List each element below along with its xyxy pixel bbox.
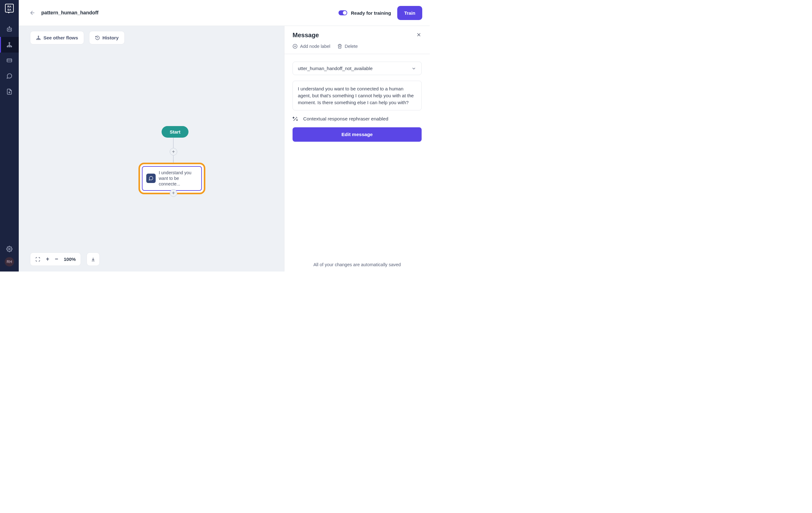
panel-title: Message xyxy=(293,32,319,39)
history-icon xyxy=(95,35,100,40)
svg-point-4 xyxy=(10,29,11,30)
rasa-logo-icon[interactable]: RASA xyxy=(5,4,14,12)
svg-point-7 xyxy=(9,46,10,47)
svg-point-18 xyxy=(38,39,39,40)
nav-doc-icon[interactable] xyxy=(0,84,19,100)
train-button[interactable]: Train xyxy=(397,6,422,20)
svg-point-16 xyxy=(38,36,39,37)
see-other-flows-button[interactable]: See other flows xyxy=(30,31,84,45)
back-arrow-icon[interactable] xyxy=(29,10,36,16)
download-icon[interactable] xyxy=(87,252,100,266)
trash-icon xyxy=(337,44,342,49)
rephraser-text: Contextual response rephraser enabled xyxy=(303,116,388,122)
history-label: History xyxy=(103,35,119,40)
svg-point-3 xyxy=(8,29,9,30)
nav-chat-icon[interactable] xyxy=(0,68,19,84)
svg-point-2 xyxy=(9,27,10,27)
utter-select[interactable]: utter_human_handoff_not_available xyxy=(293,62,422,75)
toggle-label: Ready for training xyxy=(351,10,391,16)
message-node-text: I understand you want to be connecte... xyxy=(159,170,198,187)
delete-text: Delete xyxy=(345,44,358,49)
zoom-out-button[interactable]: − xyxy=(55,256,58,263)
nav-bot-icon[interactable] xyxy=(0,21,19,37)
history-button[interactable]: History xyxy=(89,31,125,45)
nav-flows-icon[interactable] xyxy=(0,37,19,53)
svg-point-6 xyxy=(7,46,8,47)
svg-line-24 xyxy=(97,38,98,38)
avatar[interactable]: RH xyxy=(5,257,14,267)
zoom-level: 100% xyxy=(64,256,76,262)
add-node-button[interactable]: + xyxy=(170,148,177,156)
flows-icon xyxy=(36,35,41,40)
ready-toggle[interactable] xyxy=(339,10,347,15)
wand-icon xyxy=(293,116,298,122)
flow-canvas[interactable]: See other flows History Start + xyxy=(19,26,284,271)
zoom-in-button[interactable]: + xyxy=(46,256,49,263)
add-node-button[interactable]: + xyxy=(170,189,177,197)
plus-circle-icon xyxy=(293,44,297,49)
message-body: I understand you want to be connected to… xyxy=(293,81,422,110)
page-title: pattern_human_handoff xyxy=(41,10,98,16)
close-icon[interactable] xyxy=(416,32,422,39)
nav-settings-icon[interactable] xyxy=(0,246,19,252)
svg-point-8 xyxy=(11,46,11,47)
add-node-label-button[interactable]: Add node label xyxy=(293,44,330,49)
see-other-flows-label: See other flows xyxy=(44,35,78,40)
fit-view-icon[interactable] xyxy=(35,257,40,262)
svg-point-5 xyxy=(9,43,10,44)
message-node[interactable]: I understand you want to be connecte... xyxy=(142,166,202,191)
nav-cards-icon[interactable] xyxy=(0,53,19,68)
message-icon xyxy=(146,173,156,183)
chevron-down-icon xyxy=(411,66,416,71)
svg-point-17 xyxy=(36,39,37,40)
panel-footer: All of your changes are automatically sa… xyxy=(284,258,430,271)
utter-name: utter_human_handoff_not_available xyxy=(298,66,373,71)
edit-message-button[interactable]: Edit message xyxy=(293,127,422,142)
delete-button[interactable]: Delete xyxy=(337,44,358,49)
flow-start-node[interactable]: Start xyxy=(162,126,188,138)
svg-point-19 xyxy=(39,39,40,40)
svg-point-14 xyxy=(9,248,10,250)
svg-rect-0 xyxy=(7,28,11,31)
add-node-label-text: Add node label xyxy=(300,44,330,49)
